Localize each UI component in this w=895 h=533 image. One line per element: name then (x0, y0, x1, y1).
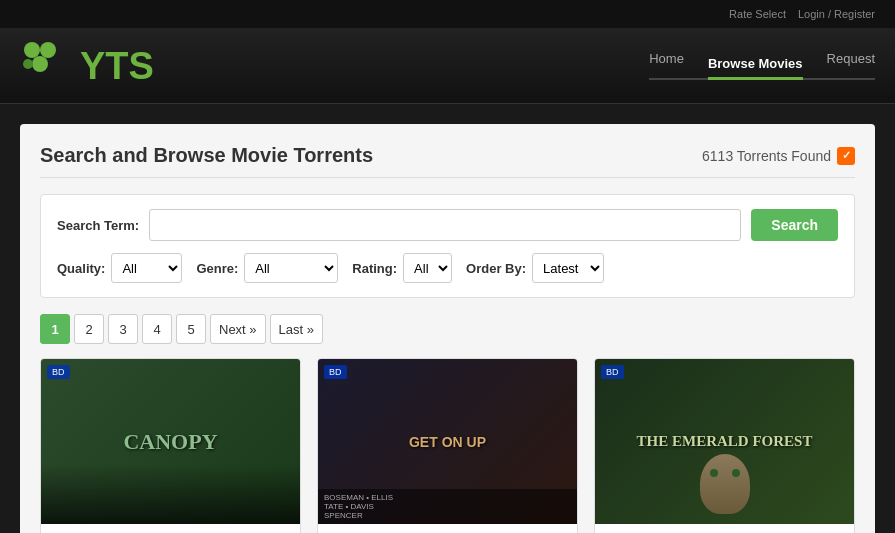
movie-poster-1: BD GET ON UP BOSEMAN • ELLIS TATE • DAVI… (318, 359, 577, 524)
page-header: Search and Browse Movie Torrents 6113 To… (40, 144, 855, 178)
genre-label: Genre: (196, 261, 238, 276)
movie-grid: BD CANOPY Canopy (2013) Size: 697.77 MB … (40, 358, 855, 533)
main-nav: Home Browse Movies Request (649, 51, 875, 80)
nav-browse-movies[interactable]: Browse Movies (708, 56, 803, 80)
page-last-btn[interactable]: Last » (270, 314, 323, 344)
movie-card-1: BD GET ON UP BOSEMAN • ELLIS TATE • DAVI… (317, 358, 578, 533)
bd-badge-0: BD (47, 365, 70, 379)
orderby-label: Order By: (466, 261, 526, 276)
rss-icon[interactable]: ✓ (837, 147, 855, 165)
filter-row: Quality: All 720p 1080p 3D Genre: All Ac… (57, 253, 838, 283)
movie-card-2: BD THE EMERALD FOREST The Emerald Forest… (594, 358, 855, 533)
quality-filter: Quality: All 720p 1080p 3D (57, 253, 182, 283)
page-5-btn[interactable]: 5 (176, 314, 206, 344)
rating-label: Rating: (352, 261, 397, 276)
rating-select[interactable]: All 1+ 2+ 3+ (403, 253, 452, 283)
genre-select[interactable]: All Action Adventure Biography Drama (244, 253, 338, 283)
torrents-count: 6113 Torrents Found (702, 148, 831, 164)
nav-home[interactable]: Home (649, 51, 684, 72)
bd-badge-1: BD (324, 365, 347, 379)
quality-label: Quality: (57, 261, 105, 276)
top-bar: Rate Select Login / Register (0, 0, 895, 28)
poster-label-1: GET ON UP (399, 424, 496, 460)
genre-filter: Genre: All Action Adventure Biography Dr… (196, 253, 338, 283)
page-1-btn[interactable]: 1 (40, 314, 70, 344)
search-form: Search Term: Search Quality: All 720p 10… (40, 194, 855, 298)
main-content: Search and Browse Movie Torrents 6113 To… (20, 124, 875, 533)
page-next-btn[interactable]: Next » (210, 314, 266, 344)
torrents-found: 6113 Torrents Found ✓ (702, 147, 855, 165)
top-bar-links: Rate Select Login / Register (729, 8, 875, 20)
bd-badge-2: BD (601, 365, 624, 379)
rate-select-link[interactable]: Rate Select (729, 8, 786, 20)
search-term-label: Search Term: (57, 218, 139, 233)
search-button[interactable]: Search (751, 209, 838, 241)
logo-icon (20, 38, 80, 93)
search-row: Search Term: Search (57, 209, 838, 241)
movie-info-2: The Emerald Forest (1985) 1080p Size: 1.… (595, 524, 854, 533)
header: YTS Home Browse Movies Request (0, 28, 895, 104)
page-3-btn[interactable]: 3 (108, 314, 138, 344)
orderby-filter: Order By: Latest Oldest Rating Seeds (466, 253, 604, 283)
page-title: Search and Browse Movie Torrents (40, 144, 373, 167)
movie-poster-2: BD THE EMERALD FOREST (595, 359, 854, 524)
svg-point-0 (24, 42, 40, 58)
logo-text: YTS (80, 47, 154, 85)
movie-card-0: BD CANOPY Canopy (2013) Size: 697.77 MB … (40, 358, 301, 533)
quality-select[interactable]: All 720p 1080p 3D (111, 253, 182, 283)
page-4-btn[interactable]: 4 (142, 314, 172, 344)
rating-filter: Rating: All 1+ 2+ 3+ (352, 253, 452, 283)
movie-info-0: Canopy (2013) Size: 697.77 MB Quality: 7… (41, 524, 300, 533)
movie-poster-0: BD CANOPY (41, 359, 300, 524)
nav-request[interactable]: Request (827, 51, 875, 72)
logo: YTS (20, 38, 154, 93)
login-register-link[interactable]: Login / Register (798, 8, 875, 20)
orderby-select[interactable]: Latest Oldest Rating Seeds (532, 253, 604, 283)
poster-overlay-0 (41, 464, 300, 524)
movie-info-1: Get on Up (2014) 1080p Size: 2.06 GB Qua… (318, 524, 577, 533)
poster-credits-1: BOSEMAN • ELLIS TATE • DAVIS SPENCER (318, 489, 577, 524)
svg-point-1 (40, 42, 56, 58)
svg-point-2 (32, 56, 48, 72)
poster-label-0: CANOPY (123, 429, 217, 455)
poster-face-2 (595, 454, 854, 514)
page-2-btn[interactable]: 2 (74, 314, 104, 344)
pagination: 1 2 3 4 5 Next » Last » (40, 314, 855, 344)
svg-point-3 (23, 59, 33, 69)
search-input[interactable] (149, 209, 741, 241)
